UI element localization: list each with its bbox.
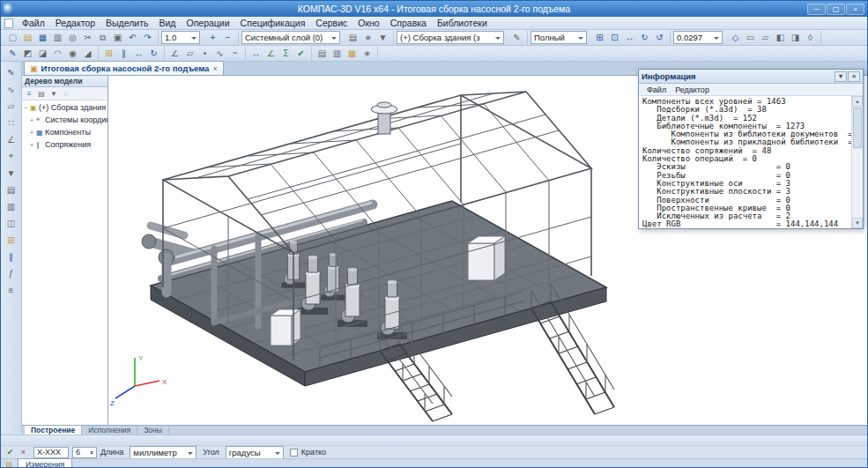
menu-item[interactable]: Сервис <box>310 17 352 30</box>
perspective-icon[interactable]: ◊ <box>803 31 818 45</box>
measure-3d-icon[interactable]: ⌖ <box>3 148 20 164</box>
scroll-up-icon[interactable]: ▲ <box>852 96 863 107</box>
info-window[interactable]: Информация ▾× ФайлРедактор Компоненты вс… <box>638 69 864 229</box>
tree-expander[interactable]: + <box>30 130 36 136</box>
info-pin-button[interactable]: ▾ <box>835 71 847 82</box>
point-icon[interactable]: • <box>197 47 212 61</box>
save-icon[interactable]: ▦ <box>35 31 50 45</box>
current-layer-combo[interactable]: Системный слой (0) <box>241 31 340 44</box>
create-object-button[interactable]: ✔ <box>4 447 17 458</box>
layers-icon[interactable]: ▤ <box>345 31 360 45</box>
tree-filter-icon[interactable]: ▼ <box>48 88 60 100</box>
zoom-in-icon[interactable]: + <box>205 31 220 45</box>
menu-item[interactable]: Спецификация <box>235 17 311 30</box>
sketch-icon[interactable]: ✎ <box>5 47 20 61</box>
zoom-out-icon[interactable]: − <box>220 31 235 45</box>
info-menu-item[interactable]: Редактор <box>671 85 714 94</box>
tree-search-icon[interactable]: ◌ <box>60 88 72 100</box>
move-component-icon[interactable]: ↔ <box>131 47 146 61</box>
print-icon[interactable]: ▥ <box>50 31 65 45</box>
minimize-button[interactable]: ─ <box>807 4 826 15</box>
view-scale-combo[interactable]: 0.0297 <box>673 31 723 44</box>
mates-panel-icon[interactable]: ∥ <box>3 249 20 264</box>
options-icon[interactable]: ∗ <box>360 47 375 61</box>
specification-panel-icon[interactable]: ▤ <box>3 182 20 197</box>
info-close-button[interactable]: × <box>848 71 860 82</box>
coordinate-display[interactable]: X-XXX <box>33 447 69 458</box>
menu-item[interactable]: Файл <box>17 17 50 30</box>
tree-item[interactable]: + ∥ Сопряжения <box>22 138 108 151</box>
tree-expander[interactable]: + <box>30 142 36 148</box>
extrude-icon[interactable]: ◩ <box>20 47 35 61</box>
new-document-icon[interactable]: ▢ <box>5 31 20 45</box>
undo-icon[interactable]: ↶ <box>125 31 140 45</box>
menu-item[interactable]: Справка <box>385 17 432 30</box>
angle-unit-combo[interactable]: градусы <box>226 446 284 459</box>
mate-icon[interactable]: ∥ <box>116 47 131 61</box>
scroll-thumb[interactable] <box>853 108 862 148</box>
rib-icon[interactable]: ◢ <box>80 47 95 61</box>
plane-icon[interactable]: ▱ <box>182 47 197 61</box>
info-menu-item[interactable]: Файл <box>642 85 671 94</box>
edit-assembly-icon[interactable]: ✎ <box>509 31 524 45</box>
orientation-icon[interactable]: ◇ <box>728 31 743 45</box>
add-component-icon[interactable]: ⊞ <box>101 47 116 61</box>
document-tab[interactable]: ▣ Итоговая сборка насосной 2-го подъема … <box>24 61 224 75</box>
tree-structure-icon[interactable]: ≡ <box>23 88 35 100</box>
components-panel-icon[interactable]: ⊞ <box>3 232 20 248</box>
tree-item[interactable]: + ⌖ Системы координат <box>22 114 108 126</box>
title-bar[interactable]: КОМПАС-3D V16 x64 - Итоговая сборка насо… <box>1 1 867 17</box>
wireframe-icon[interactable]: ▭ <box>743 31 758 45</box>
surfaces-icon[interactable]: ▱ <box>3 98 20 114</box>
hole-icon[interactable]: ◉ <box>65 47 80 61</box>
rotate-view-icon[interactable]: ↻ <box>637 31 652 45</box>
spiral-icon[interactable]: ∿ <box>212 47 227 61</box>
zoom-area-icon[interactable]: ⊞ <box>592 31 607 45</box>
preview-icon[interactable]: ◎ <box>65 31 80 45</box>
brief-checkbox[interactable] <box>290 449 298 457</box>
arrays-icon[interactable]: ∷ <box>3 115 20 130</box>
workspace-tab[interactable]: Исполнения <box>82 426 137 435</box>
filter-icon[interactable]: ▼ <box>375 31 390 45</box>
report-icon[interactable]: ▥ <box>330 47 345 61</box>
check-collisions-icon[interactable]: ✔ <box>293 47 308 61</box>
zoom-step-combo[interactable]: 1.0 <box>161 31 200 44</box>
refresh-view-icon[interactable]: ↺ <box>652 31 667 45</box>
precision-spinner[interactable]: 6 <box>72 447 97 458</box>
tree-item[interactable]: − ▣ (+) Сборка здания (Тел-0, Сбороч <box>22 101 108 114</box>
reports-panel-icon[interactable]: ▥ <box>3 198 20 214</box>
cut-extrude-icon[interactable]: ◪ <box>35 47 50 61</box>
redo-icon[interactable]: ↷ <box>140 31 155 45</box>
shaded-icon[interactable]: ◧ <box>773 31 788 45</box>
spatial-curves-icon[interactable]: ∿ <box>3 81 20 97</box>
axis-icon[interactable]: ∠ <box>167 47 182 61</box>
specification-icon[interactable]: ▤ <box>315 47 330 61</box>
halftone-icon[interactable]: ◨ <box>788 31 803 45</box>
workspace-tab[interactable]: Зоны <box>137 426 169 435</box>
tree-expander[interactable]: + <box>30 117 36 123</box>
library-manager-icon[interactable]: ▦ <box>345 47 360 61</box>
rotate-component-icon[interactable]: ↻ <box>146 47 161 61</box>
parameters-icon[interactable]: ƒ <box>3 265 20 281</box>
conditional-view-icon[interactable]: ◫ <box>3 215 20 231</box>
cut-icon[interactable]: ✂ <box>80 31 95 45</box>
menu-item[interactable]: Редактор <box>50 17 100 30</box>
interrupt-command-button[interactable]: × <box>17 447 30 458</box>
open-document-icon[interactable]: ▤ <box>20 31 35 45</box>
paste-icon[interactable]: ▣ <box>110 31 125 45</box>
zoom-all-icon[interactable]: ⊡ <box>607 31 622 45</box>
fillet-icon[interactable]: ◠ <box>50 47 65 61</box>
spline-icon[interactable]: ~ <box>227 47 242 61</box>
close-button[interactable]: × <box>846 4 864 15</box>
measurements-tab[interactable]: Измерения <box>18 458 72 468</box>
auxiliary-geometry-icon[interactable]: ∠ <box>3 131 20 147</box>
menu-item[interactable]: Операции <box>181 17 234 30</box>
filter-objects-icon[interactable]: ▼ <box>3 165 20 181</box>
pan-icon[interactable]: ↔ <box>622 31 637 45</box>
info-window-titlebar[interactable]: Информация ▾× <box>639 70 863 84</box>
measure-distance-icon[interactable]: ↔ <box>249 47 263 61</box>
info-scrollbar[interactable]: ▲ ▼ <box>851 96 863 228</box>
hidden-lines-icon[interactable]: ▱ <box>758 31 773 45</box>
menu-item[interactable]: Библиотеки <box>432 17 493 30</box>
edit-part-icon[interactable]: ✎ <box>3 64 20 80</box>
